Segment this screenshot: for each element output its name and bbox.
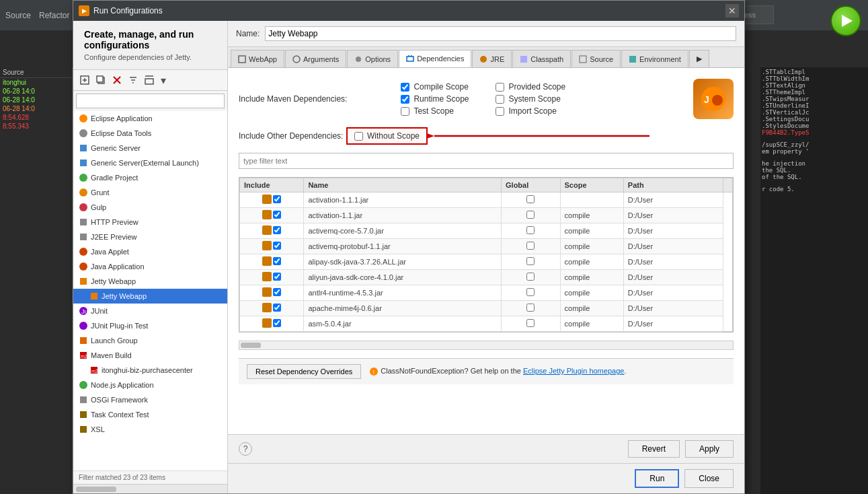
close-button[interactable]: Close <box>684 469 734 488</box>
delete-config-button[interactable] <box>110 73 124 87</box>
system-scope-input[interactable] <box>496 95 504 104</box>
config-item-jetty-parent[interactable]: Jetty Webapp <box>73 274 227 289</box>
tab-classpath-label: Classpath <box>530 55 563 63</box>
test-scope-checkbox[interactable]: Test Scope <box>401 106 469 116</box>
row-name: alipay-sdk-java-3.7.26.ALL.jar <box>304 254 502 270</box>
config-item-junit-plugin[interactable]: JUnit Plug-in Test <box>73 318 227 333</box>
config-item-eclipse-data[interactable]: Eclipse Data Tools <box>73 126 227 141</box>
dialog-title-icon: ▶ <box>79 5 89 16</box>
runtime-scope-input[interactable] <box>401 95 409 104</box>
svg-text:J: J <box>704 94 709 105</box>
compile-scope-label: Compile Scope <box>413 82 468 92</box>
tab-arguments[interactable]: Arguments <box>285 50 346 67</box>
config-item-java-app[interactable]: Java Application <box>73 259 227 274</box>
config-item-osgi[interactable]: OSGi Framework <box>73 392 227 407</box>
horizontal-scrollbar[interactable] <box>73 484 227 493</box>
help-button[interactable]: ? <box>239 442 252 456</box>
config-item-eclipse-app[interactable]: Eclipse Application <box>73 111 227 126</box>
filter-text-input[interactable] <box>239 153 734 169</box>
eclipse-jetty-link[interactable]: Eclipse Jetty Plugin homepage <box>523 367 624 375</box>
apply-button[interactable]: Apply <box>685 440 734 458</box>
run-button[interactable] <box>830 5 861 36</box>
test-scope-input[interactable] <box>401 107 409 116</box>
provided-scope-input[interactable] <box>496 83 504 92</box>
row-include-checkbox[interactable] <box>273 288 281 296</box>
config-item-nodejs[interactable]: Node.js Application <box>73 378 227 392</box>
config-item-generic-server-ext[interactable]: Generic Server(External Launch) <box>73 155 227 170</box>
svg-rect-28 <box>80 337 87 344</box>
row-name: activation-1.1.1.jar <box>304 192 502 208</box>
left-scopes: Compile Scope Runtime Scope Test Scope <box>401 82 469 116</box>
system-scope-checkbox[interactable]: System Scope <box>496 94 565 104</box>
config-item-gulp[interactable]: Gulp <box>73 200 227 215</box>
config-item-launch-group[interactable]: Launch Group <box>73 333 227 348</box>
run-configurations-dialog: ▶ Run Configurations ✕ Create, manage, a… <box>73 0 745 494</box>
config-item-generic-server[interactable]: Generic Server <box>73 141 227 155</box>
config-search-input[interactable] <box>76 94 225 108</box>
row-include-checkbox[interactable] <box>273 273 281 281</box>
dialog-titlebar: ▶ Run Configurations ✕ <box>73 1 744 21</box>
tab-environment[interactable]: Environment <box>621 50 688 67</box>
tab-options-label: Options <box>365 55 391 63</box>
source-menu[interactable]: Source <box>5 11 31 20</box>
row-include-checkbox[interactable] <box>273 211 281 219</box>
config-item-junit[interactable]: Ju JUnit <box>73 304 227 318</box>
dep-type-icon <box>262 318 272 328</box>
svg-rect-20 <box>80 234 87 240</box>
tab-webapp[interactable]: WebApp <box>231 50 284 67</box>
compile-scope-input[interactable] <box>401 83 409 92</box>
tab-source-label: Source <box>590 55 613 63</box>
row-include-checkbox[interactable] <box>273 319 281 327</box>
filter-config-button[interactable] <box>126 73 141 87</box>
tab-arguments-label: Arguments <box>303 55 339 63</box>
collapse-config-button[interactable] <box>142 73 157 87</box>
new-config-button[interactable] <box>77 73 92 87</box>
config-item-xsl[interactable]: XSL <box>73 422 227 437</box>
config-item-jetty-selected[interactable]: Jetty Webapp <box>73 289 227 304</box>
table-hscroll[interactable] <box>239 341 734 350</box>
eclipse-console: .STTablcImpl .STTblWidthIm .STTextAlign … <box>760 67 868 494</box>
config-item-java-applet[interactable]: Java Applet <box>73 244 227 259</box>
row-include-checkbox[interactable] <box>273 226 281 234</box>
import-scope-input[interactable] <box>496 107 504 116</box>
table-row: activemq-protobuf-1.1.jar compile D:/Use… <box>240 239 733 254</box>
row-name: activemq-core-5.7.0.jar <box>304 223 502 239</box>
tab-more[interactable]: ▶ <box>689 50 709 67</box>
name-input[interactable] <box>265 26 736 41</box>
config-item-gradle[interactable]: Gradle Project <box>73 170 227 185</box>
without-scope-box[interactable]: Without Scope <box>346 127 428 145</box>
refactor-menu[interactable]: Refactor <box>39 11 69 20</box>
tab-source[interactable]: Source <box>571 50 621 67</box>
tab-options[interactable]: Options <box>347 50 398 67</box>
config-item-maven-sub[interactable]: m2 itonghui-biz-purchasecenter <box>73 363 227 378</box>
runtime-scope-checkbox[interactable]: Runtime Scope <box>401 94 469 104</box>
config-item-j2ee[interactable]: J2EE Preview <box>73 230 227 244</box>
config-item-maven[interactable]: m2 Maven Build <box>73 348 227 363</box>
import-scope-checkbox[interactable]: Import Scope <box>496 106 565 116</box>
dialog-close-button[interactable]: ✕ <box>725 4 739 17</box>
tab-dependencies[interactable]: Dependencies <box>399 50 471 67</box>
dialog-left-panel: Create, manage, and run configurations C… <box>73 21 228 493</box>
svg-text:m2: m2 <box>81 354 87 359</box>
config-item-grunt[interactable]: Grunt <box>73 185 227 200</box>
run-button-dialog[interactable]: Run <box>635 469 679 488</box>
row-include-checkbox[interactable] <box>273 257 281 265</box>
svg-point-49 <box>712 95 723 106</box>
row-include-checkbox[interactable] <box>273 195 281 203</box>
row-include-checkbox[interactable] <box>273 242 281 250</box>
row-name: asm-5.0.4.jar <box>304 316 502 332</box>
provided-scope-checkbox[interactable]: Provided Scope <box>496 82 565 92</box>
revert-button[interactable]: Revert <box>628 440 680 458</box>
reset-dependency-button[interactable]: Reset Dependency Overrides <box>247 364 361 379</box>
tab-classpath[interactable]: Classpath <box>512 50 571 67</box>
duplicate-config-button[interactable] <box>93 73 108 87</box>
tab-jre[interactable]: JRE <box>472 50 512 67</box>
compile-scope-checkbox[interactable]: Compile Scope <box>401 82 469 92</box>
other-deps-container: Include Other Dependencies: Without Scop… <box>239 127 734 145</box>
dep-type-icon <box>262 195 272 204</box>
without-scope-checkbox[interactable] <box>354 132 363 141</box>
config-item-http[interactable]: HTTP Preview <box>73 215 227 230</box>
row-include-checkbox[interactable] <box>273 304 281 312</box>
config-item-task-context[interactable]: Task Context Test <box>73 407 227 422</box>
table-row: activation-1.1.jar compile D:/User <box>240 208 733 223</box>
